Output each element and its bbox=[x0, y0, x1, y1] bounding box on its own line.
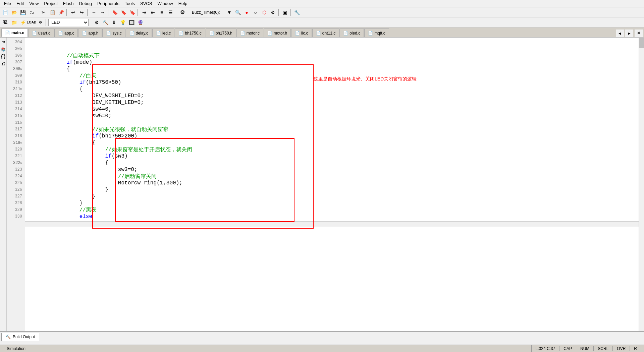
code-line-330: else bbox=[28, 213, 636, 220]
tab-bh1750-c[interactable]: 📄 bh1750.c bbox=[175, 28, 205, 37]
copy-button[interactable]: 📋 bbox=[48, 9, 56, 16]
align2-button[interactable]: ☰ bbox=[166, 9, 174, 16]
redo-button[interactable]: ↪ bbox=[78, 9, 86, 16]
sidebar-icon-3[interactable]: {} bbox=[0, 54, 6, 60]
target-select[interactable]: LED bbox=[48, 19, 89, 26]
code-line-319: { bbox=[28, 139, 636, 146]
menu-svcs[interactable]: SVCS bbox=[138, 0, 155, 7]
build-icon: 🔨 bbox=[6, 335, 11, 339]
code-308: { bbox=[28, 66, 70, 72]
run-button[interactable]: ○ bbox=[252, 9, 260, 16]
search-button[interactable]: 🔍 bbox=[234, 9, 242, 16]
prev-location-button[interactable]: ← bbox=[90, 9, 98, 16]
tab-scroll-right-button[interactable]: ▶ bbox=[625, 30, 633, 37]
tab-icon-app-c: 📄 bbox=[58, 31, 63, 36]
tab-iic-c[interactable]: 📄 iic.c bbox=[291, 28, 312, 37]
new-file-button[interactable]: 📄 bbox=[1, 9, 9, 16]
tab-close-button[interactable]: ✕ bbox=[635, 30, 643, 37]
flash-download-button[interactable]: 💡 bbox=[119, 19, 127, 26]
scroll-thumb[interactable] bbox=[639, 38, 644, 48]
tab-app-h[interactable]: 📄 app.h bbox=[78, 28, 102, 37]
build2-button[interactable]: 🔨 bbox=[101, 19, 109, 26]
horizontal-scrollbar[interactable] bbox=[25, 221, 639, 227]
menu-file[interactable]: File bbox=[1, 0, 14, 7]
build-output-tab[interactable]: 🔨 Build Output bbox=[1, 333, 39, 341]
save-all-button[interactable]: 🗂 bbox=[28, 9, 36, 16]
menu-help[interactable]: Help bbox=[176, 0, 190, 7]
tab-bh1750-h[interactable]: 📄 bh1750.h bbox=[206, 28, 236, 37]
download-button[interactable]: ⬇ bbox=[110, 19, 118, 26]
tab-motor-c[interactable]: 📄 motor.c bbox=[236, 28, 263, 37]
line-315: 315 bbox=[7, 113, 25, 119]
status-ovr: OVR bbox=[613, 346, 630, 351]
tab-app-c[interactable]: 📄 app.c bbox=[54, 28, 78, 37]
comment-320: //如果窗帘是处于开启状态，就关闭 bbox=[28, 146, 192, 153]
sidebar-icon-4[interactable]: 𝛺 bbox=[0, 61, 6, 67]
indent-button[interactable]: ⇥ bbox=[140, 9, 148, 16]
tab-sys-c[interactable]: 📄 sys.c bbox=[102, 28, 125, 37]
collapse-319[interactable]: ⊟ bbox=[20, 139, 22, 146]
code-wrapper[interactable]: //自动模式下 if(mode) { //白天 bbox=[25, 38, 639, 331]
open-file-button[interactable]: 📂 bbox=[10, 9, 18, 16]
menu-project[interactable]: Project bbox=[41, 0, 60, 7]
collapse-322[interactable]: ⊟ bbox=[20, 160, 22, 166]
code-327: } bbox=[28, 193, 96, 199]
tab-motor-h[interactable]: 📄 motor.h bbox=[264, 28, 291, 37]
line-309: 309 bbox=[7, 72, 25, 79]
bookmark3-button[interactable]: 🔖 bbox=[128, 9, 136, 16]
tab-scroll-left-button[interactable]: ◀ bbox=[616, 30, 624, 37]
menu-edit[interactable]: Edit bbox=[14, 0, 26, 7]
tab-mqtt-c[interactable]: 📄 mqtt.c bbox=[364, 28, 389, 37]
debug-button[interactable]: ● bbox=[243, 9, 251, 16]
menu-flash[interactable]: Flash bbox=[60, 0, 76, 7]
tab-main-c[interactable]: 📄 main.c bbox=[1, 28, 28, 37]
bookmark1-button[interactable]: 🔖 bbox=[111, 9, 119, 16]
build-button[interactable]: ⚙ bbox=[178, 9, 186, 16]
main-area: P 📚 {} 𝛺 304 305 306 307 308 ⊟ 309 310 3… bbox=[0, 38, 644, 331]
menu-tools[interactable]: Tools bbox=[122, 0, 138, 7]
dropdown-button[interactable]: ▼ bbox=[225, 9, 233, 16]
code-325: Motorcw_ring(1,300); bbox=[28, 180, 182, 186]
bookmark2-button[interactable]: 🔖 bbox=[119, 9, 127, 16]
undo-button[interactable]: ↩ bbox=[69, 9, 77, 16]
window-button[interactable]: ▣ bbox=[281, 9, 289, 16]
tab-usart-c[interactable]: 📄 usart.c bbox=[28, 28, 54, 37]
code-line-307: if(mode) bbox=[28, 59, 636, 66]
manage-button[interactable]: ⚙ bbox=[93, 19, 101, 26]
save-button[interactable]: 💾 bbox=[19, 9, 27, 16]
batch-button[interactable]: LOAD bbox=[28, 19, 36, 26]
code-line-314: sw4=0; bbox=[28, 106, 636, 113]
tab-label-app-h: app.h bbox=[88, 31, 98, 36]
tab-dht11-c[interactable]: 📄 dht11.c bbox=[312, 28, 339, 37]
tab-delay-c[interactable]: 📄 delay.c bbox=[126, 28, 152, 37]
tab-label-oled-c: oled.c bbox=[350, 31, 360, 36]
align-button[interactable]: ≡ bbox=[158, 9, 166, 16]
stop-button[interactable]: ⬡ bbox=[260, 9, 268, 16]
tab-label-main-c: main.c bbox=[11, 31, 24, 35]
tools-button[interactable]: 🔧 bbox=[293, 9, 301, 16]
collapse-311[interactable]: ⊟ bbox=[20, 86, 22, 93]
vertical-scrollbar[interactable] bbox=[639, 38, 644, 331]
cut-button[interactable]: ✂ bbox=[40, 9, 48, 16]
unindent-button[interactable]: ⇤ bbox=[149, 9, 157, 16]
code-312: DEV_WOSHI_LED=0; bbox=[28, 93, 144, 99]
sidebar-icon-books[interactable]: 📚 bbox=[0, 46, 6, 52]
next-location-button[interactable]: → bbox=[99, 9, 107, 16]
tab-led-c[interactable]: 📄 led.c bbox=[152, 28, 174, 37]
menu-peripherals[interactable]: Peripherals bbox=[95, 0, 122, 7]
project-button[interactable]: 🏗 bbox=[1, 19, 9, 26]
project3-button[interactable]: ⚡ bbox=[19, 19, 27, 26]
sim-button[interactable]: 🔲 bbox=[127, 19, 136, 26]
sidebar-icon-1[interactable]: P bbox=[0, 39, 6, 45]
peripheral-button[interactable]: 🔮 bbox=[136, 19, 144, 26]
menu-view[interactable]: View bbox=[26, 0, 41, 7]
menu-debug[interactable]: Debug bbox=[76, 0, 95, 7]
project2-button[interactable]: 📁 bbox=[10, 19, 18, 26]
collapse-308[interactable]: ⊟ bbox=[20, 66, 22, 72]
separator10 bbox=[290, 9, 292, 16]
target-options-button[interactable]: ⚙ bbox=[36, 19, 44, 26]
menu-window[interactable]: Window bbox=[155, 0, 175, 7]
paste-button[interactable]: 📌 bbox=[57, 9, 65, 16]
settings-button[interactable]: ⚙ bbox=[269, 9, 277, 16]
tab-oled-c[interactable]: 📄 oled.c bbox=[339, 28, 364, 37]
